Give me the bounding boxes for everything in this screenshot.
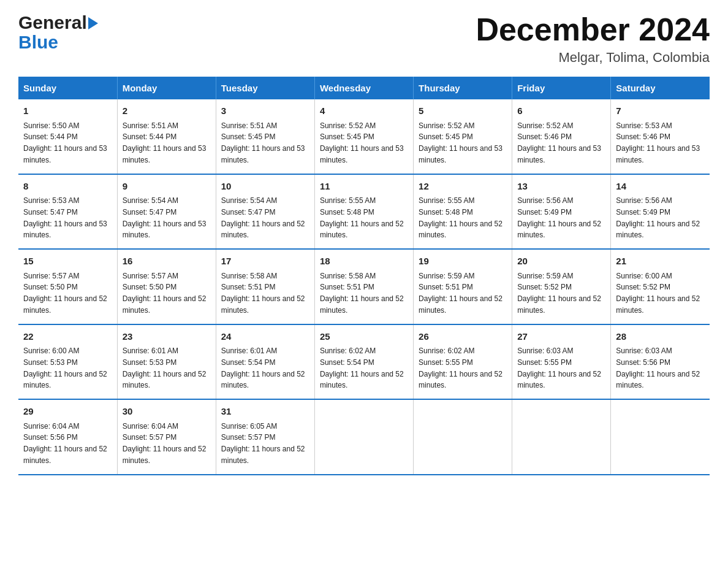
logo-blue-text: Blue [18,32,98,53]
day-number: 8 [23,180,112,194]
logo-arrow-icon [88,17,98,29]
day-number: 3 [221,104,309,118]
day-number: 28 [616,330,705,344]
day-number: 18 [320,255,408,269]
day-number: 7 [616,104,705,118]
day-number: 29 [23,405,112,419]
day-number: 13 [517,180,605,194]
day-info: Sunrise: 5:55 AMSunset: 5:48 PMDaylight:… [320,196,404,239]
table-row: 9 Sunrise: 5:54 AMSunset: 5:47 PMDayligh… [117,174,216,250]
day-info: Sunrise: 5:54 AMSunset: 5:47 PMDaylight:… [123,196,207,239]
calendar-week-row: 1 Sunrise: 5:50 AMSunset: 5:44 PMDayligh… [18,99,710,174]
day-info: Sunrise: 5:52 AMSunset: 5:45 PMDaylight:… [419,121,502,164]
logo: General Blue [18,12,98,53]
table-row: 4 Sunrise: 5:52 AMSunset: 5:45 PMDayligh… [314,99,413,174]
table-row: 27 Sunrise: 6:03 AMSunset: 5:55 PMDaylig… [512,324,611,400]
day-info: Sunrise: 6:01 AMSunset: 5:54 PMDaylight:… [221,347,305,389]
calendar-week-row: 22 Sunrise: 6:00 AMSunset: 5:53 PMDaylig… [18,324,710,400]
day-info: Sunrise: 6:01 AMSunset: 5:53 PMDaylight:… [123,347,207,389]
day-number: 5 [419,104,507,118]
day-number: 22 [23,330,112,344]
table-row: 12 Sunrise: 5:55 AMSunset: 5:48 PMDaylig… [414,174,512,250]
day-info: Sunrise: 5:51 AMSunset: 5:44 PMDaylight:… [123,121,207,164]
day-info: Sunrise: 6:03 AMSunset: 5:55 PMDaylight:… [517,347,601,389]
day-info: Sunrise: 6:04 AMSunset: 5:57 PMDaylight:… [123,422,207,465]
table-row: 26 Sunrise: 6:02 AMSunset: 5:55 PMDaylig… [414,324,512,400]
table-row: 30 Sunrise: 6:04 AMSunset: 5:57 PMDaylig… [117,399,216,475]
table-row: 19 Sunrise: 5:59 AMSunset: 5:51 PMDaylig… [414,249,512,324]
day-number: 26 [419,330,507,344]
table-row: 14 Sunrise: 5:56 AMSunset: 5:49 PMDaylig… [611,174,710,250]
table-row: 23 Sunrise: 6:01 AMSunset: 5:53 PMDaylig… [117,324,216,400]
table-row: 22 Sunrise: 6:00 AMSunset: 5:53 PMDaylig… [18,324,117,400]
table-row: 13 Sunrise: 5:56 AMSunset: 5:49 PMDaylig… [512,174,611,250]
day-info: Sunrise: 6:00 AMSunset: 5:52 PMDaylight:… [616,272,700,315]
day-number: 4 [320,104,408,118]
table-row: 1 Sunrise: 5:50 AMSunset: 5:44 PMDayligh… [18,99,117,174]
day-number: 24 [221,330,309,344]
col-saturday: Saturday [611,77,710,99]
day-info: Sunrise: 5:50 AMSunset: 5:44 PMDaylight:… [23,121,107,164]
col-monday: Monday [117,77,216,99]
day-number: 6 [517,104,605,118]
day-info: Sunrise: 6:02 AMSunset: 5:54 PMDaylight:… [320,347,404,389]
table-row [512,399,611,475]
table-row [611,399,710,475]
day-number: 14 [616,180,705,194]
table-row: 7 Sunrise: 5:53 AMSunset: 5:46 PMDayligh… [611,99,710,174]
day-info: Sunrise: 5:56 AMSunset: 5:49 PMDaylight:… [517,196,601,239]
day-number: 25 [320,330,408,344]
day-info: Sunrise: 5:54 AMSunset: 5:47 PMDaylight:… [221,196,305,239]
day-number: 20 [517,255,605,269]
table-row: 28 Sunrise: 6:03 AMSunset: 5:56 PMDaylig… [611,324,710,400]
day-info: Sunrise: 5:53 AMSunset: 5:46 PMDaylight:… [616,121,700,164]
days-of-week-row: Sunday Monday Tuesday Wednesday Thursday… [18,77,710,99]
day-number: 15 [23,255,112,269]
table-row: 25 Sunrise: 6:02 AMSunset: 5:54 PMDaylig… [314,324,413,400]
day-info: Sunrise: 5:58 AMSunset: 5:51 PMDaylight:… [221,272,305,315]
day-number: 23 [123,330,211,344]
table-row: 8 Sunrise: 5:53 AMSunset: 5:47 PMDayligh… [18,174,117,250]
col-friday: Friday [512,77,611,99]
day-number: 9 [123,180,211,194]
table-row: 20 Sunrise: 5:59 AMSunset: 5:52 PMDaylig… [512,249,611,324]
day-number: 16 [123,255,211,269]
day-info: Sunrise: 5:58 AMSunset: 5:51 PMDaylight:… [320,272,404,315]
day-number: 1 [23,104,112,118]
logo-general-text: General [18,12,87,33]
table-row: 3 Sunrise: 5:51 AMSunset: 5:45 PMDayligh… [216,99,314,174]
table-row [414,399,512,475]
page-header: General Blue December 2024 Melgar, Tolim… [18,12,710,66]
calendar-week-row: 8 Sunrise: 5:53 AMSunset: 5:47 PMDayligh… [18,174,710,250]
col-thursday: Thursday [414,77,512,99]
table-row: 11 Sunrise: 5:55 AMSunset: 5:48 PMDaylig… [314,174,413,250]
day-number: 31 [221,405,309,419]
calendar-week-row: 15 Sunrise: 5:57 AMSunset: 5:50 PMDaylig… [18,249,710,324]
day-info: Sunrise: 5:57 AMSunset: 5:50 PMDaylight:… [23,272,107,315]
calendar-week-row: 29 Sunrise: 6:04 AMSunset: 5:56 PMDaylig… [18,399,710,475]
table-row: 18 Sunrise: 5:58 AMSunset: 5:51 PMDaylig… [314,249,413,324]
table-row: 6 Sunrise: 5:52 AMSunset: 5:46 PMDayligh… [512,99,611,174]
day-info: Sunrise: 5:57 AMSunset: 5:50 PMDaylight:… [123,272,207,315]
day-number: 10 [221,180,309,194]
day-info: Sunrise: 6:04 AMSunset: 5:56 PMDaylight:… [23,422,107,465]
day-number: 17 [221,255,309,269]
table-row: 5 Sunrise: 5:52 AMSunset: 5:45 PMDayligh… [414,99,512,174]
table-row: 15 Sunrise: 5:57 AMSunset: 5:50 PMDaylig… [18,249,117,324]
day-number: 19 [419,255,507,269]
col-tuesday: Tuesday [216,77,314,99]
day-info: Sunrise: 5:56 AMSunset: 5:49 PMDaylight:… [616,196,700,239]
table-row: 24 Sunrise: 6:01 AMSunset: 5:54 PMDaylig… [216,324,314,400]
day-info: Sunrise: 6:00 AMSunset: 5:53 PMDaylight:… [23,347,107,389]
day-info: Sunrise: 5:52 AMSunset: 5:46 PMDaylight:… [517,121,601,164]
location-title: Melgar, Tolima, Colombia [476,50,710,66]
table-row: 21 Sunrise: 6:00 AMSunset: 5:52 PMDaylig… [611,249,710,324]
day-info: Sunrise: 6:02 AMSunset: 5:55 PMDaylight:… [419,347,502,389]
day-info: Sunrise: 6:05 AMSunset: 5:57 PMDaylight:… [221,422,305,465]
calendar-table: Sunday Monday Tuesday Wednesday Thursday… [18,77,710,475]
day-number: 21 [616,255,705,269]
day-info: Sunrise: 6:03 AMSunset: 5:56 PMDaylight:… [616,347,700,389]
day-info: Sunrise: 5:59 AMSunset: 5:52 PMDaylight:… [517,272,601,315]
table-row: 10 Sunrise: 5:54 AMSunset: 5:47 PMDaylig… [216,174,314,250]
col-wednesday: Wednesday [314,77,413,99]
